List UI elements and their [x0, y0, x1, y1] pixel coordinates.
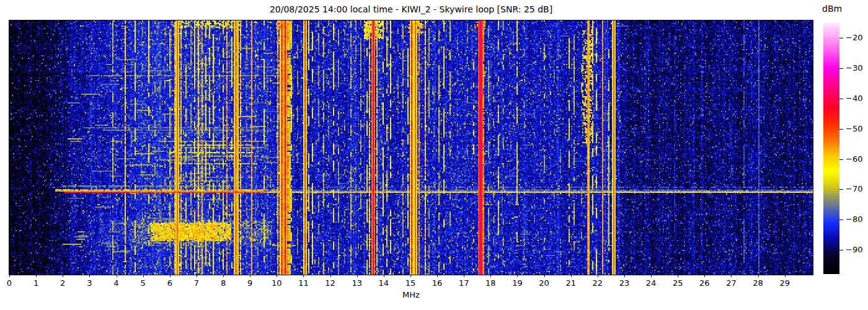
x-tick-label: 1 — [27, 278, 45, 288]
x-tick-label: 27 — [722, 278, 740, 288]
x-tick — [571, 275, 572, 277]
x-tick-label: 9 — [241, 278, 259, 288]
x-tick — [303, 275, 304, 277]
x-tick-label: 14 — [374, 278, 393, 288]
x-tick — [143, 275, 144, 277]
x-tick — [678, 275, 678, 277]
spectrogram-figure: 20/08/2025 14:00 local time - KIWI_2 - S… — [0, 0, 868, 310]
x-tick — [89, 275, 90, 277]
x-tick-label: 29 — [776, 278, 794, 288]
x-tick-label: 11 — [294, 278, 312, 288]
x-tick — [36, 275, 37, 277]
colorbar-tick-label: −80 — [846, 215, 862, 224]
x-tick — [624, 275, 625, 277]
colorbar-tick — [839, 68, 843, 69]
x-tick-label: 16 — [428, 278, 446, 288]
x-tick-label: 6 — [161, 278, 179, 288]
x-tick-label: 8 — [214, 278, 232, 288]
x-tick — [544, 275, 545, 277]
x-tick — [731, 275, 732, 277]
x-tick-label: 17 — [454, 278, 473, 288]
x-tick-label: 12 — [321, 278, 340, 288]
colorbar-tick — [839, 159, 843, 160]
x-tick — [170, 275, 170, 277]
x-tick-label: 19 — [508, 278, 526, 288]
colorbar-tick-label: −30 — [846, 63, 862, 73]
x-tick-label: 3 — [80, 278, 99, 288]
x-tick — [704, 275, 705, 277]
x-tick-label: 26 — [695, 278, 714, 288]
plot-frame — [9, 20, 813, 275]
colorbar-tick-label: −60 — [846, 154, 862, 164]
x-tick — [277, 275, 277, 277]
x-tick — [384, 275, 384, 277]
colorbar-tick — [839, 38, 843, 38]
x-tick — [598, 275, 598, 277]
colorbar-tick-label: −20 — [846, 33, 862, 42]
colorbar-tick-label: −40 — [846, 94, 862, 103]
colorbar-tick-label: −70 — [846, 184, 862, 193]
x-tick — [517, 275, 518, 277]
colorbar-tick — [839, 189, 843, 190]
colorbar-tick — [839, 219, 843, 220]
x-tick-label: 23 — [615, 278, 634, 288]
x-tick — [651, 275, 652, 277]
x-tick-label: 28 — [749, 278, 768, 288]
colorbar-tick — [839, 250, 843, 250]
x-tick-label: 20 — [535, 278, 554, 288]
x-tick-label: 25 — [668, 278, 687, 288]
x-tick — [410, 275, 411, 277]
x-tick-label: 5 — [134, 278, 153, 288]
x-tick-label: 7 — [187, 278, 206, 288]
x-tick — [9, 275, 10, 277]
x-tick — [357, 275, 358, 277]
x-axis-label: MHz — [9, 290, 813, 299]
colorbar — [823, 23, 839, 274]
colorbar-tick — [839, 99, 843, 99]
x-tick-label: 0 — [0, 278, 19, 288]
colorbar-tick-label: −50 — [846, 124, 862, 133]
x-tick — [330, 275, 331, 277]
colorbar-tick-label: −90 — [846, 245, 862, 254]
x-tick-label: 4 — [107, 278, 126, 288]
waterfall-canvas — [9, 20, 813, 275]
x-tick-label: 21 — [562, 278, 580, 288]
x-tick — [223, 275, 224, 277]
x-tick — [117, 275, 117, 277]
colorbar-canvas — [823, 23, 839, 274]
x-tick-label: 18 — [481, 278, 500, 288]
chart-title: 20/08/2025 14:00 local time - KIWI_2 - S… — [9, 4, 813, 14]
x-tick — [464, 275, 464, 277]
x-tick — [63, 275, 63, 277]
colorbar-label: dBm — [822, 4, 842, 14]
x-tick — [250, 275, 250, 277]
x-tick — [437, 275, 438, 277]
x-tick — [490, 275, 491, 277]
x-tick-label: 2 — [53, 278, 72, 288]
x-tick-label: 22 — [588, 278, 607, 288]
x-tick-label: 24 — [642, 278, 660, 288]
x-tick — [758, 275, 759, 277]
x-tick — [197, 275, 197, 277]
x-tick-label: 10 — [267, 278, 286, 288]
x-tick-label: 15 — [401, 278, 420, 288]
x-tick — [785, 275, 786, 277]
colorbar-tick — [839, 129, 843, 130]
x-tick-label: 13 — [348, 278, 366, 288]
